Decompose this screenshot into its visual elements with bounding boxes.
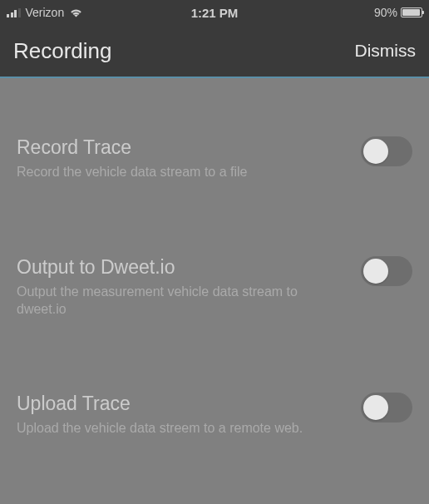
page-title: Recording — [13, 38, 112, 64]
settings-list: Record Trace Record the vehicle data str… — [0, 78, 429, 437]
toggle-knob — [363, 139, 388, 164]
battery-pct: 90% — [374, 6, 397, 19]
setting-description: Record the vehicle data stream to a file — [17, 164, 348, 181]
setting-description: Output the measurement vehicle data stre… — [17, 284, 348, 319]
battery-icon — [401, 7, 422, 17]
signal-icon — [7, 7, 21, 17]
setting-text: Upload Trace Upload the vehicle data str… — [17, 393, 361, 437]
setting-upload-trace: Upload Trace Upload the vehicle data str… — [17, 318, 412, 437]
setting-title: Output to Dweet.io — [17, 256, 348, 279]
setting-description: Upload the vehicle data streem to a remo… — [17, 420, 348, 437]
setting-title: Upload Trace — [17, 393, 348, 415]
status-bar: Verizon 1:21 PM 90% — [0, 0, 429, 25]
status-right: 90% — [374, 6, 422, 19]
status-left: Verizon — [7, 6, 83, 19]
setting-output-dweet: Output to Dweet.io Output the measuremen… — [17, 181, 412, 319]
setting-text: Record Trace Record the vehicle data str… — [17, 136, 361, 181]
setting-title: Record Trace — [17, 136, 348, 159]
record-trace-toggle[interactable] — [361, 136, 412, 166]
upload-trace-toggle[interactable] — [361, 393, 412, 422]
setting-text: Output to Dweet.io Output the measuremen… — [17, 256, 361, 319]
nav-bar: Recording Dismiss — [0, 25, 429, 77]
dismiss-button[interactable]: Dismiss — [355, 41, 417, 61]
status-time: 1:21 PM — [191, 6, 239, 20]
toggle-knob — [363, 259, 388, 284]
toggle-knob — [363, 395, 388, 420]
wifi-icon — [69, 7, 83, 17]
carrier-label: Verizon — [26, 6, 65, 19]
setting-record-trace: Record Trace Record the vehicle data str… — [17, 78, 412, 181]
output-dweet-toggle[interactable] — [361, 256, 412, 286]
